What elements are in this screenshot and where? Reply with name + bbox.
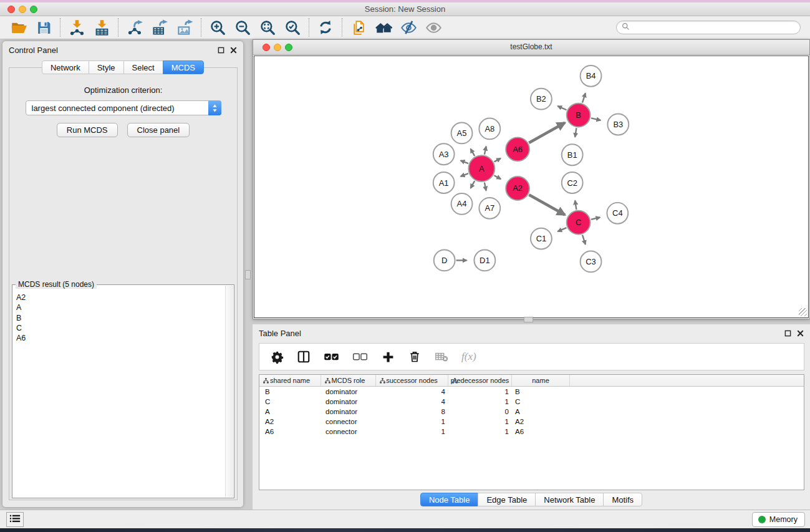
graph-edge-A-A4[interactable]	[471, 181, 475, 188]
graph-edge-A-A5[interactable]	[471, 149, 475, 157]
graph-edge-A-A6[interactable]	[494, 158, 501, 162]
column-header-predecessor-nodes[interactable]: predecessor nodes	[448, 375, 512, 386]
window-resize-grip[interactable]	[799, 308, 807, 316]
graph-node-C1[interactable]: C1	[531, 228, 552, 249]
window-zoom-button[interactable]	[30, 6, 37, 13]
float-panel-icon[interactable]	[218, 47, 224, 54]
save-session-icon[interactable]	[35, 19, 52, 36]
clone-network-icon[interactable]	[350, 19, 367, 36]
graph-node-C4[interactable]: C4	[607, 203, 628, 224]
graph-edge-A-A1[interactable]	[461, 173, 468, 177]
search-box[interactable]	[616, 21, 801, 34]
task-history-button[interactable]	[6, 512, 24, 527]
graph-node-A7[interactable]: A7	[479, 198, 500, 219]
delete-table-icon[interactable]	[435, 350, 448, 364]
graph-node-D[interactable]: D	[434, 250, 455, 271]
graph-node-A5[interactable]: A5	[451, 122, 473, 143]
graph-node-C2[interactable]: C2	[562, 172, 583, 193]
graph-edge-A6-B[interactable]	[529, 123, 565, 143]
hide-selected-icon[interactable]	[400, 19, 417, 36]
column-browser-icon[interactable]	[297, 350, 311, 364]
graph-node-A3[interactable]: A3	[433, 143, 455, 165]
table-float-panel-icon[interactable]	[784, 330, 791, 337]
export-table-icon[interactable]	[151, 19, 168, 36]
function-builder-icon[interactable]: f(x)	[461, 351, 476, 363]
memory-button[interactable]: Memory	[752, 512, 805, 527]
window-minimize-button[interactable]	[19, 6, 26, 13]
graph-node-A8[interactable]: A8	[479, 118, 500, 140]
table-tab-motifs[interactable]: Motifs	[603, 493, 642, 506]
graph-node-A[interactable]: A	[468, 155, 494, 181]
network-minimize-button[interactable]	[274, 44, 281, 51]
graph-node-A2[interactable]: A2	[506, 177, 529, 200]
export-image-icon[interactable]	[176, 19, 193, 36]
control-tab-style[interactable]: Style	[89, 60, 124, 74]
graph-node-B4[interactable]: B4	[581, 65, 602, 87]
column-header-shared-name[interactable]: shared name	[259, 375, 321, 386]
graph-edge-C-C3[interactable]	[582, 235, 586, 244]
graph-node-B2[interactable]: B2	[531, 89, 552, 110]
table-row[interactable]: Adominator80A	[259, 407, 804, 417]
graph-edge-A-A3[interactable]	[461, 160, 468, 163]
table-row[interactable]: A6connector11A6	[259, 427, 804, 437]
criterion-dropdown[interactable]: largest connected component (directed)	[26, 100, 221, 115]
result-scrollbar[interactable]	[225, 286, 233, 497]
search-input[interactable]	[633, 23, 795, 32]
zoom-fit-icon[interactable]	[259, 19, 276, 36]
graph-node-A1[interactable]: A1	[433, 172, 455, 193]
close-panel-button[interactable]: Close panel	[127, 123, 190, 137]
graph-node-A4[interactable]: A4	[451, 193, 473, 215]
graph-node-C[interactable]: C	[567, 211, 591, 235]
control-tab-mcds[interactable]: MCDS	[163, 60, 204, 74]
network-graph[interactable]: B4B2BB3A5A8A6A3AB1A1A2C2A4A7CC4C1C3DD1	[254, 56, 808, 317]
table-row[interactable]: Bdominator41B	[259, 387, 804, 397]
mcds-result-item[interactable]: B	[14, 313, 224, 323]
graph-edge-C-C4[interactable]	[591, 217, 600, 219]
table-tab-node-table[interactable]: Node Table	[420, 493, 479, 506]
open-session-icon[interactable]	[10, 19, 27, 36]
network-close-button[interactable]	[263, 44, 270, 51]
mcds-result-item[interactable]: C	[14, 323, 224, 333]
mcds-result-item[interactable]: A6	[14, 333, 224, 343]
select-all-icon[interactable]	[324, 352, 339, 362]
network-zoom-button[interactable]	[285, 44, 292, 51]
table-row[interactable]: A2connector11A2	[259, 417, 804, 427]
control-tab-select[interactable]: Select	[123, 60, 163, 74]
zoom-selected-icon[interactable]	[284, 19, 301, 36]
mcds-result-item[interactable]: A2	[14, 293, 224, 302]
window-close-button[interactable]	[7, 6, 15, 13]
graph-edge-C-C2[interactable]	[575, 201, 576, 210]
table-tab-network-table[interactable]: Network Table	[535, 493, 604, 506]
column-header-name[interactable]: name	[512, 375, 570, 386]
graph-node-A6[interactable]: A6	[506, 137, 529, 161]
import-table-icon[interactable]	[93, 19, 110, 36]
graph-node-D1[interactable]: D1	[474, 250, 495, 271]
graph-edge-B-B4[interactable]	[582, 93, 586, 102]
delete-column-icon[interactable]	[408, 351, 422, 363]
column-header-successor-nodes[interactable]: successor nodes	[376, 375, 448, 386]
graph-edge-A-A7[interactable]	[485, 183, 486, 191]
table-settings-icon[interactable]	[270, 351, 284, 364]
graph-node-B3[interactable]: B3	[607, 114, 629, 135]
network-canvas[interactable]: B4B2BB3A5A8A6A3AB1A1A2C2A4A7CC4C1C3DD1	[254, 56, 809, 318]
graph-edge-A2-C[interactable]	[529, 195, 565, 215]
graph-edge-B-B3[interactable]	[591, 118, 600, 120]
table-close-panel-icon[interactable]	[797, 330, 804, 337]
column-header-MCDS-role[interactable]: MCDS role	[321, 375, 376, 386]
table-row[interactable]: Cdominator41C	[259, 397, 804, 407]
create-column-icon[interactable]	[381, 351, 395, 364]
zoom-in-icon[interactable]	[209, 19, 226, 36]
graph-edge-B-B1[interactable]	[575, 128, 576, 137]
deselect-all-icon[interactable]	[352, 352, 368, 362]
graph-node-B1[interactable]: B1	[562, 144, 583, 165]
table-tab-edge-table[interactable]: Edge Table	[478, 493, 536, 506]
splitter-handle-horizontal[interactable]	[524, 317, 533, 322]
control-tab-network[interactable]: Network	[42, 60, 89, 74]
first-neighbors-icon[interactable]	[375, 19, 392, 36]
graph-node-C3[interactable]: C3	[581, 251, 602, 273]
export-network-icon[interactable]	[126, 19, 143, 36]
graph-edge-C-C1[interactable]	[557, 228, 566, 231]
graph-node-B[interactable]: B	[567, 104, 591, 127]
mcds-result-item[interactable]: A	[14, 302, 224, 312]
close-panel-icon[interactable]	[230, 47, 237, 54]
